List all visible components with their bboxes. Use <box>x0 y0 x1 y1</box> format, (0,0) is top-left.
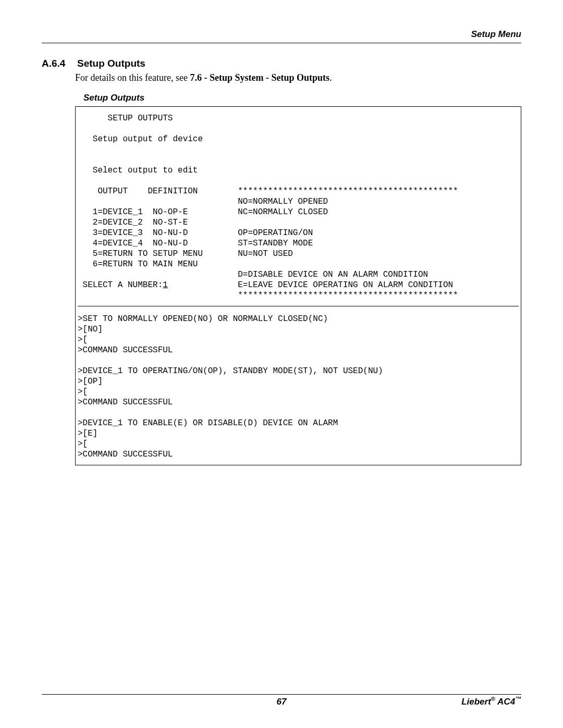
section-title: Setup Outputs <box>77 58 145 69</box>
terminal-wrap: SETUP OUTPUTS Setup output of device Sel… <box>75 106 521 465</box>
section-heading: A.6.4 Setup Outputs <box>42 58 521 69</box>
page-number: 67 <box>202 697 361 707</box>
intro-suffix: . <box>329 72 332 83</box>
terminal-upper: SETUP OUTPUTS Setup output of device Sel… <box>78 113 519 280</box>
terminal-stars-line: ****************************************… <box>78 290 519 301</box>
running-header: Setup Menu <box>42 29 521 43</box>
terminal-select-line: SELECT A NUMBER:1 E=LEAVE DEVICE OPERATI… <box>78 280 519 290</box>
select-prompt-value: 1 <box>163 280 168 290</box>
section-number: A.6.4 <box>42 58 75 69</box>
terminal-lower: >SET TO NORMALLY OPENED(NO) OR NORMALLY … <box>78 314 519 460</box>
intro-paragraph: For details on this feature, see 7.6 - S… <box>75 72 521 83</box>
running-header-text: Setup Menu <box>471 29 521 39</box>
figure-caption: Setup Outputs <box>83 93 521 103</box>
intro-bold: 7.6 - Setup System - Setup Outputs <box>190 72 329 83</box>
trademark-icon: ™ <box>515 695 521 702</box>
page-container: Setup Menu A.6.4 Setup Outputs For detai… <box>0 0 563 728</box>
footer-brand-name: Liebert <box>461 697 491 707</box>
select-prompt-suffix: E=LEAVE DEVICE OPERATING ON ALARM CONDIT… <box>168 280 453 290</box>
page-footer: 67 Liebert® AC4™ <box>42 694 521 707</box>
intro-prefix: For details on this feature, see <box>75 72 190 83</box>
footer-left-spacer <box>42 697 200 707</box>
footer-brand: Liebert® AC4™ <box>363 697 521 707</box>
registered-icon: ® <box>491 696 495 702</box>
select-prompt-prefix: SELECT A NUMBER: <box>78 280 163 290</box>
terminal-divider <box>78 306 519 306</box>
terminal-box: SETUP OUTPUTS Setup output of device Sel… <box>75 106 521 465</box>
footer-model: AC4 <box>495 697 515 707</box>
